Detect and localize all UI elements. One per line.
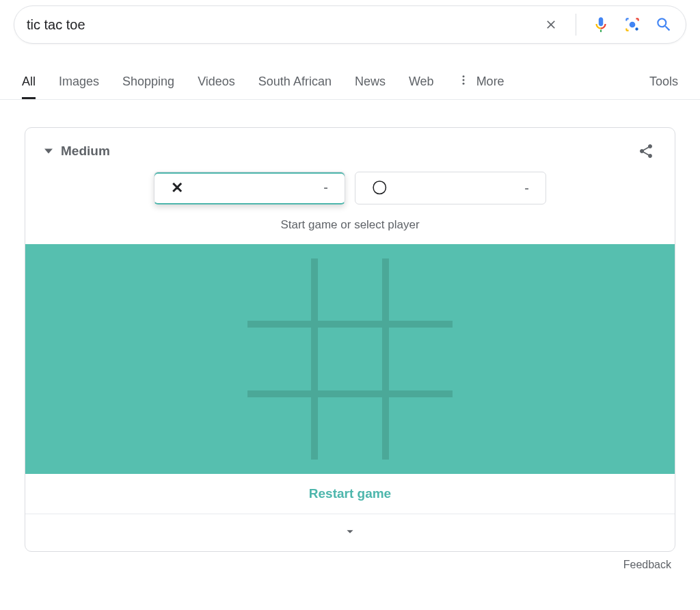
tab-more-label: More [476,75,504,89]
tab-videos[interactable]: Videos [198,66,235,98]
grid-line-h1 [247,321,453,328]
search-bar [14,5,686,44]
player-o-score: - [524,181,529,196]
tab-more[interactable]: More [457,66,504,99]
board-area [25,244,675,474]
cell-1-1[interactable] [318,328,381,390]
cell-2-0[interactable] [247,397,311,460]
share-icon[interactable] [636,142,656,161]
svg-point-2 [462,75,464,77]
svg-point-3 [462,79,464,81]
player-selectors: ✕ - 〇 - [25,169,675,213]
mic-icon[interactable] [591,15,610,34]
tab-shopping[interactable]: Shopping [122,66,174,98]
tab-news[interactable]: News [355,66,386,98]
feedback-link[interactable]: Feedback [0,559,671,571]
difficulty-label: Medium [61,144,110,159]
tic-tac-toe-card: Medium ✕ - 〇 - Start game or select play… [25,127,675,552]
tab-south-african[interactable]: South African [258,66,332,98]
cell-0-0[interactable] [247,258,311,321]
player-o-symbol: 〇 [372,178,387,198]
expand-button[interactable] [25,514,675,551]
cell-0-1[interactable] [318,258,381,321]
tab-tools[interactable]: Tools [649,66,678,98]
cell-0-2[interactable] [389,258,453,321]
chevron-down-icon [342,529,358,541]
difficulty-selector[interactable]: Medium [44,144,110,159]
lens-icon[interactable] [623,15,642,34]
restart-button[interactable]: Restart game [25,474,675,514]
search-tabs: All Images Shopping Videos South African… [0,66,700,100]
svg-point-0 [630,22,636,28]
cell-1-2[interactable] [389,328,453,390]
grid-line-h2 [247,390,453,397]
player-x-score: - [323,180,328,196]
svg-point-4 [462,83,464,85]
more-dots-icon [457,74,470,90]
svg-point-1 [635,27,638,30]
cell-2-1[interactable] [318,397,381,460]
divider [576,14,576,36]
cell-2-2[interactable] [389,397,453,460]
search-input[interactable] [27,17,541,33]
game-instruction: Start game or select player [25,213,675,244]
grid-line-v2 [382,258,389,460]
tab-images[interactable]: Images [59,66,99,98]
tab-all[interactable]: All [22,66,36,98]
card-header: Medium [25,128,675,169]
dropdown-arrow-icon [44,144,53,159]
grid-line-v1 [311,258,318,460]
clear-icon[interactable] [541,15,561,34]
game-board [247,258,453,460]
search-icons-group [541,14,673,36]
player-x-selector[interactable]: ✕ - [154,172,345,204]
player-o-selector[interactable]: 〇 - [355,172,546,204]
search-icon[interactable] [654,15,673,34]
player-x-symbol: ✕ [171,179,183,197]
tab-web[interactable]: Web [409,66,434,98]
cell-1-0[interactable] [247,328,311,390]
